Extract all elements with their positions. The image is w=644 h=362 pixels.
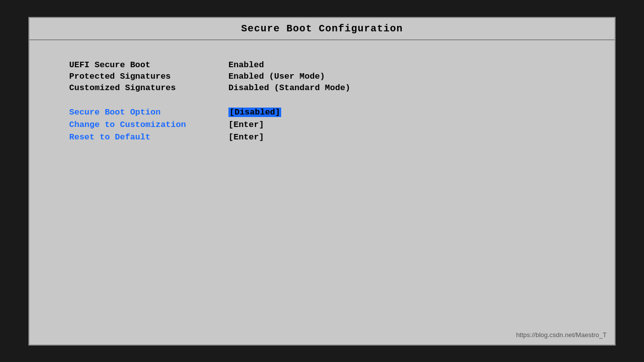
info-row: UEFI Secure BootEnabled bbox=[69, 60, 575, 70]
bios-screen: Secure Boot Configuration UEFI Secure Bo… bbox=[28, 17, 616, 346]
options-section[interactable]: Secure Boot Option[Disabled]Change to Cu… bbox=[69, 108, 575, 142]
option-row[interactable]: Reset to Default[Enter] bbox=[69, 132, 575, 142]
option-label: Secure Boot Option bbox=[69, 108, 228, 117]
info-label: UEFI Secure Boot bbox=[69, 60, 228, 70]
info-row: Customized SignaturesDisabled (Standard … bbox=[69, 83, 575, 93]
option-row[interactable]: Secure Boot Option[Disabled] bbox=[69, 108, 575, 117]
bios-title: Secure Boot Configuration bbox=[29, 18, 615, 40]
info-row: Protected SignaturesEnabled (User Mode) bbox=[69, 72, 575, 81]
option-value: [Enter] bbox=[228, 132, 264, 142]
option-value: [Enter] bbox=[228, 120, 264, 129]
watermark: https://blog.csdn.net/Maestro_T bbox=[516, 331, 607, 339]
info-label: Protected Signatures bbox=[69, 72, 228, 81]
option-value[interactable]: [Disabled] bbox=[228, 108, 281, 117]
title-text: Secure Boot Configuration bbox=[241, 23, 403, 34]
info-value: Enabled bbox=[228, 60, 264, 70]
option-row[interactable]: Change to Customization[Enter] bbox=[69, 120, 575, 129]
option-label: Change to Customization bbox=[69, 120, 228, 129]
info-value: Enabled (User Mode) bbox=[228, 72, 325, 81]
info-value: Disabled (Standard Mode) bbox=[228, 83, 350, 93]
info-section: UEFI Secure BootEnabledProtected Signatu… bbox=[69, 60, 575, 93]
info-label: Customized Signatures bbox=[69, 83, 228, 93]
option-label: Reset to Default bbox=[69, 132, 228, 142]
bios-content: UEFI Secure BootEnabledProtected Signatu… bbox=[29, 40, 615, 345]
